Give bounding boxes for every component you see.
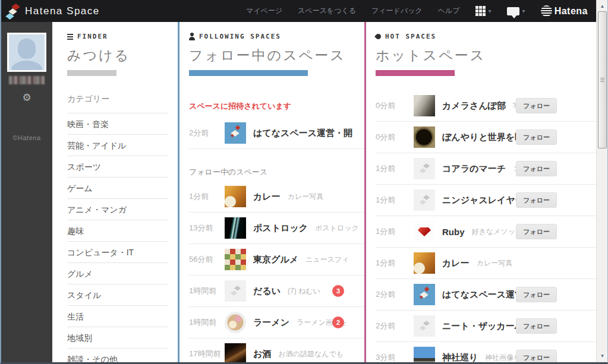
flame-icon [374,33,382,40]
following-row[interactable]: 17時間前 お酒 お酒の話題なんでも [189,338,364,362]
category-item[interactable]: スタイル [67,284,168,305]
nav-feedback-link[interactable]: フィードバック [371,6,423,16]
username-redacted [9,76,45,84]
following-row[interactable]: 1分前 カレー カレー写真 [189,181,364,213]
person-icon [189,33,195,40]
nav-create-space-link[interactable]: スペースをつくる [298,6,356,16]
finder-accent-bar [67,70,116,76]
row-time: 1分前 [376,258,414,268]
follow-button[interactable]: フォロー [516,129,557,145]
space-subtitle: 好きなメソッド [472,227,523,237]
hot-row[interactable]: 2分前 ニート・ザッカーバーグ フォロー [376,311,596,342]
category-item-label: コンピュータ・IT [67,248,134,257]
scroll-up-button[interactable]: ▲ [597,1,607,11]
row-time: 2分前 [376,321,414,331]
space-icon [225,217,246,239]
category-item[interactable]: アニメ・マンガ [67,198,168,220]
unread-count-badge: 3 [332,285,344,297]
category-item-label: 芸能・アイドル [67,141,126,150]
messages-menu-button[interactable]: ▾ [507,7,525,15]
space-title: ラーメン [253,317,289,328]
hot-row[interactable]: 0分前 ぼんやりと世界を眺める フォロー [376,122,596,153]
space-icon [225,312,246,333]
space-title: カレー [442,258,470,269]
space-subtitle: カレー写真 [288,192,324,202]
follow-button[interactable]: フォロー [516,192,557,208]
category-item[interactable]: 雑談・その他 [67,348,168,362]
category-item-label: 生活 [67,312,84,321]
space-title: ニンジャスレイヤー [442,195,524,206]
category-item[interactable]: 芸能・アイドル [67,134,168,156]
category-item[interactable]: 趣味 [67,220,168,241]
scrollbar-thumb[interactable] [598,11,607,148]
hot-row[interactable]: 2分前 はてなスペース運営・開 フォロー [376,279,596,311]
category-item-label: スポーツ [67,162,101,172]
space-subtitle: ニュースフィ [305,255,349,265]
follow-button[interactable]: フォロー [516,318,557,334]
chevron-down-icon: ▾ [522,8,525,14]
main-content: ⚙ ©Hatena FINDER みつける カテゴリー 映画・音楽 芸能・アイド… [1,22,596,362]
hot-row[interactable]: 1分前 カレー カレー写真 フォロー [376,248,596,279]
hatena-logo-icon [541,5,552,17]
scroll-down-button[interactable]: ▼ [597,351,607,361]
hatena-home-link[interactable]: Hatena [541,5,588,17]
category-item[interactable]: グルメ [67,262,168,284]
user-sidebar: ⚙ ©Hatena [1,22,52,362]
space-icon [225,122,246,144]
space-subtitle: (7) ねむい [288,286,320,296]
hot-row[interactable]: 1分前 Ruby 好きなメソッド フォロー [376,216,596,248]
top-navigation-bar: Hatena Space マイページ スペースをつくる フィードバック ヘルプ … [1,0,596,22]
unread-count-badge: 2 [332,316,344,328]
category-item[interactable]: 地域別 [67,327,168,348]
nav-mypage-link[interactable]: マイページ [246,6,282,16]
hatena-space-window: Hatena Space マイページ スペースをつくる フィードバック ヘルプ … [0,0,608,364]
row-time: 0分前 [376,132,414,143]
following-section-text: FOLLOWING SPACES [199,33,281,40]
apps-menu-button[interactable]: ▾ [475,6,492,16]
space-subtitle: ポストロック [315,223,359,233]
following-row[interactable]: 56分前 東京グルメ ニュースフィ [189,244,364,276]
finder-title: みつける [67,46,178,65]
space-icon [414,315,435,337]
hot-section-label: HOT SPACES [376,33,596,40]
category-item-label: グルメ [67,269,93,278]
invite-row[interactable]: 2分前 はてなスペース運営・開 [189,118,364,149]
space-title: お酒 [253,349,271,360]
follow-button[interactable]: フォロー [516,98,557,113]
hot-row[interactable]: 3分前 神社巡り 神社画像をひ フォロー [376,342,596,362]
category-item[interactable]: ゲーム [67,177,168,198]
follow-button[interactable]: フォロー [516,287,557,302]
space-icon [414,252,435,274]
hot-row[interactable]: 1分前 ニンジャスレイヤー ほ フォロー [376,185,596,216]
hot-row[interactable]: 1分前 コアラのマーチ コアラ フォロー [376,153,596,185]
follow-button[interactable]: フォロー [516,161,557,176]
hatena-space-logo[interactable]: Hatena Space [7,3,100,19]
row-time: 1分前 [189,191,225,202]
hot-row[interactable]: 0分前 カメラさんぽ部 写真ア フォロー [376,90,596,122]
chevron-down-icon: ▾ [489,8,492,14]
space-title: ポストロック [253,223,308,234]
vertical-scrollbar[interactable]: ▲ ▼ [596,0,607,362]
top-nav-links: マイページ スペースをつくる フィードバック ヘルプ ▾ ▾ Hatena [246,5,588,17]
category-item[interactable]: スポーツ [67,156,168,177]
following-row[interactable]: 1時間前 ラーメン ラーメン画像を 2 [189,307,364,338]
row-time: 3分前 [376,352,414,362]
user-avatar[interactable] [7,33,46,72]
category-item[interactable]: 映画・音楽 [67,113,168,134]
space-title: Ruby [442,227,465,237]
space-title: コアラのマーチ [442,163,506,175]
follow-button[interactable]: フォロー [516,350,557,362]
row-time: 17時間前 [189,349,225,359]
following-row[interactable]: 13分前 ポストロック ポストロック [189,213,364,244]
list-icon [67,34,73,35]
row-time: 1時間前 [189,286,225,296]
category-item[interactable]: 生活 [67,305,168,327]
following-row[interactable]: 1時間前 だるい (7) ねむい 3 [189,276,364,307]
space-subtitle: カレー写真 [477,258,513,268]
category-item[interactable]: コンピュータ・IT [67,241,168,262]
follow-button[interactable]: フォロー [516,224,557,239]
category-item-label: ゲーム [67,183,93,193]
row-time: 1時間前 [189,317,225,328]
settings-gear-icon[interactable]: ⚙ [22,91,31,103]
nav-help-link[interactable]: ヘルプ [438,6,460,16]
